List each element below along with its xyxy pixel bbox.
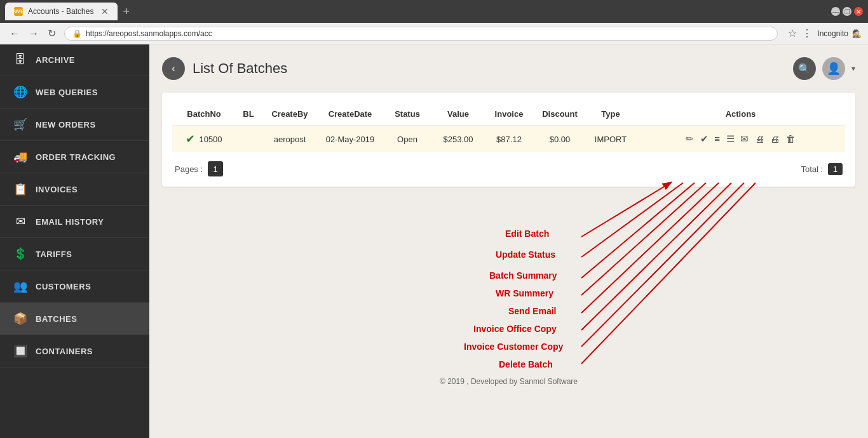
tariffs-icon: 💲 [13, 247, 28, 261]
tab-favicon: SME [14, 7, 23, 16]
cell-status: Open [382, 126, 433, 153]
address-bar: ← → ↻ 🔒 https://areopost.sanmolapps.com/… [0, 23, 868, 44]
cell-type: IMPORT [585, 126, 636, 153]
svg-line-2 [581, 183, 695, 278]
url-bar[interactable]: 🔒 https://areopost.sanmolapps.com/acc [64, 27, 778, 41]
cell-actions: ✏ ✔ ≡ ☰ ✉ 🖨 🖨 🗑 [636, 126, 845, 153]
sidebar-item-order-tracking[interactable]: 🚚 ORDER TRACKING [0, 141, 149, 173]
sidebar-item-tariffs[interactable]: 💲 TARIFFS [0, 238, 149, 270]
annotation-invoice-customer: Invoice Customer Copy [464, 342, 563, 352]
batches-table-container: BatchNo BL CreateBy CreateDate Status Va… [162, 93, 855, 187]
col-header-value: Value [433, 103, 484, 126]
back-button[interactable]: ‹ [162, 57, 185, 80]
forward-nav-button[interactable]: → [25, 26, 42, 41]
sidebar-item-customers[interactable]: 👥 CUSTOMERS [0, 270, 149, 303]
incognito-area: Incognito 🕵 [817, 29, 862, 38]
update-status-button[interactable]: ✔ [698, 132, 710, 146]
new-tab-button[interactable]: + [123, 5, 130, 18]
order-tracking-icon: 🚚 [13, 150, 28, 164]
containers-icon: 🔲 [13, 344, 28, 358]
cell-discount: $0.00 [534, 126, 585, 153]
sidebar-label-invoices: INVOICES [36, 185, 78, 194]
cell-value: $253.00 [433, 126, 484, 153]
reload-button[interactable]: ↻ [44, 26, 59, 41]
sidebar-item-web-queries[interactable]: 🌐 WEB QUERIES [0, 76, 149, 109]
minimize-button[interactable]: — [831, 7, 840, 16]
batch-status-check-icon: ✔ [186, 132, 195, 146]
close-button[interactable]: ✕ [854, 7, 863, 16]
sidebar-label-batches: BATCHES [36, 314, 77, 324]
pagination-bar: Pages : 1 Total : 1 [172, 161, 845, 176]
pages-label: Pages : [175, 164, 203, 174]
annotation-send-email: Send Email [508, 306, 556, 316]
svg-line-1 [581, 183, 683, 257]
edit-batch-button[interactable]: ✏ [684, 132, 696, 146]
col-header-batchno: BatchNo [172, 103, 236, 126]
batches-table: BatchNo BL CreateBy CreateDate Status Va… [172, 103, 845, 152]
col-header-invoice: Invoice [484, 103, 534, 126]
sidebar-item-archive[interactable]: 🗄 ARCHIVE [0, 44, 149, 76]
browser-tab[interactable]: SME Accounts - Batches ✕ [5, 3, 118, 20]
sidebar-item-containers[interactable]: 🔲 CONTAINERS [0, 335, 149, 368]
sidebar-label-order-tracking: ORDER TRACKING [36, 152, 116, 162]
svg-line-3 [581, 183, 706, 295]
col-header-status: Status [382, 103, 433, 126]
sidebar-item-new-orders[interactable]: 🛒 NEW ORDERS [0, 109, 149, 141]
header-right: 🔍 👤 ▾ [793, 57, 855, 80]
wr-summary-button[interactable]: ☰ [724, 132, 736, 146]
main-content: ‹ List Of Batches 🔍 👤 ▾ BatchNo [149, 44, 868, 438]
avatar-dropdown-arrow[interactable]: ▾ [851, 64, 855, 73]
svg-line-5 [581, 183, 731, 330]
back-nav-button[interactable]: ← [6, 26, 23, 41]
sidebar-label-web-queries: WEB QUERIES [36, 88, 98, 97]
sidebar-item-invoices[interactable]: 📋 INVOICES [0, 173, 149, 206]
footer: © 2019 , Developed by Sanmol Software [162, 377, 855, 386]
page-title: List Of Batches [193, 60, 287, 77]
header-left: ‹ List Of Batches [162, 57, 287, 80]
table-header: BatchNo BL CreateBy CreateDate Status Va… [172, 103, 845, 126]
search-icon: 🔍 [798, 63, 811, 75]
sidebar: 🗄 ARCHIVE 🌐 WEB QUERIES 🛒 NEW ORDERS 🚚 O… [0, 44, 149, 438]
sidebar-item-email-history[interactable]: ✉ EMAIL HISTORY [0, 206, 149, 238]
menu-icon[interactable]: ⋮ [802, 27, 812, 39]
incognito-label: Incognito [817, 29, 848, 38]
col-header-bl: BL [236, 103, 261, 126]
invoices-icon: 📋 [13, 182, 28, 196]
star-icon[interactable]: ☆ [788, 27, 797, 39]
url-text: https://areopost.sanmolapps.com/acc [86, 29, 212, 38]
col-header-createdate: CreateDate [318, 103, 382, 126]
annotation-update-status: Update Status [496, 249, 555, 260]
browser-titlebar: SME Accounts - Batches ✕ + — ❐ ✕ [0, 0, 868, 23]
footer-text: © 2019 , Developed by Sanmol Software [440, 377, 578, 386]
invoice-office-copy-button[interactable]: 🖨 [753, 132, 766, 145]
maximize-button[interactable]: ❐ [843, 7, 851, 16]
back-chevron-icon: ‹ [172, 63, 175, 74]
col-header-createby: CreateBy [261, 103, 318, 126]
search-button[interactable]: 🔍 [793, 57, 816, 80]
invoice-customer-copy-button[interactable]: 🖨 [768, 132, 782, 145]
svg-line-7 [581, 183, 756, 364]
incognito-icon: 🕵 [852, 29, 862, 38]
tab-title: Accounts - Batches [28, 7, 93, 16]
sidebar-label-archive: ARCHIVE [36, 55, 75, 65]
email-history-icon: ✉ [13, 215, 28, 229]
annotation-wr-summery: WR Summery [496, 288, 553, 298]
page-1-button[interactable]: 1 [208, 161, 223, 176]
sidebar-item-batches[interactable]: 📦 BATCHES [0, 303, 149, 335]
svg-line-0 [581, 183, 670, 237]
nav-buttons: ← → ↻ [6, 26, 59, 41]
cell-bl [236, 126, 261, 153]
svg-line-6 [581, 183, 744, 347]
avatar-button[interactable]: 👤 [822, 57, 845, 80]
tab-close-button[interactable]: ✕ [101, 6, 109, 17]
lock-icon: 🔒 [72, 29, 82, 38]
send-email-button[interactable]: ✉ [738, 132, 750, 146]
delete-batch-button[interactable]: 🗑 [784, 132, 797, 145]
annotation-batch-summary: Batch Summary [489, 270, 557, 281]
customers-icon: 👥 [13, 279, 28, 293]
batchno-value: 10500 [199, 135, 222, 144]
new-orders-icon: 🛒 [13, 117, 28, 131]
page-header: ‹ List Of Batches 🔍 👤 ▾ [162, 57, 855, 80]
archive-icon: 🗄 [13, 53, 28, 67]
batch-summary-button[interactable]: ≡ [712, 132, 722, 145]
